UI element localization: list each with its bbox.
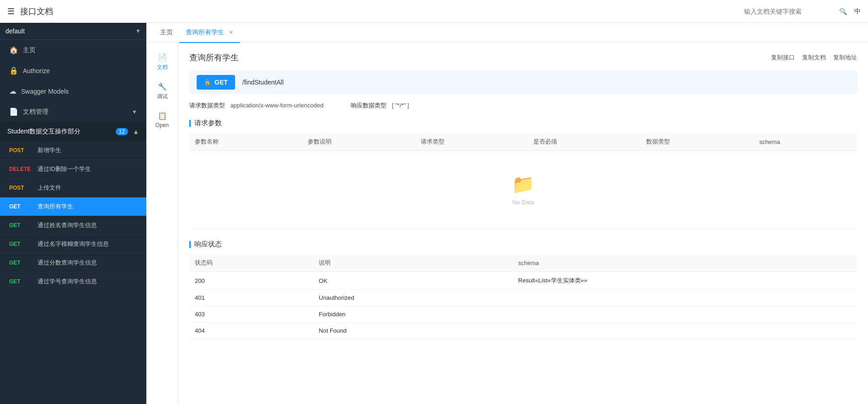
api-list-item[interactable]: POST 上传文件 [0,179,146,197]
api-doc-panel: 查询所有学生 复制接口复制文档复制地址 🔒 GET /findStudentAl… [178,43,868,404]
col-status-schema: schema [513,254,857,272]
search-input[interactable] [744,8,836,15]
api-list-item[interactable]: GET 通过分数查询学生信息 [0,254,146,272]
topbar: ☰ 接口文档 🔍 中 [0,0,868,23]
endpoint-url: /findStudentAll [242,79,284,86]
method-badge: 🔒 GET [197,75,235,90]
sidebar-item-doc-manage[interactable]: 📄 文档管理 ▼ [0,101,146,122]
tab-label: 主页 [160,28,173,37]
api-list-item[interactable]: GET 通过学号查询学生信息 [0,272,146,291]
language-toggle[interactable]: 中 [854,7,861,16]
status-code: 200 [189,272,313,290]
method-label: POST [9,185,32,191]
method-label: GET [9,278,32,285]
endpoint-row: 🔒 GET /findStudentAll [189,70,857,94]
api-count-badge: 12 [116,128,128,135]
status-table-row: 200 OK Result«List«学生实体类»» [189,272,857,290]
api-action-button[interactable]: 复制地址 [833,53,857,62]
col-schema: schema [754,133,857,151]
sidebar-item-swagger-models-label: Swagger Models [21,88,69,95]
badge-lock-icon: 🔒 [204,79,211,85]
method-label: GET [9,203,32,210]
response-status-divider: 响应状态 [189,240,857,249]
search-icon[interactable]: 🔍 [839,8,847,15]
response-divider-bar [189,241,191,248]
status-schema [513,290,857,306]
topbar-search: 🔍 中 [744,7,861,16]
api-item-name: 通过学号查询学生信息 [38,277,97,286]
status-table-row: 403 Forbidden [189,306,857,323]
response-content-type: 响应数据类型 [ "*/*" ] [351,101,409,110]
project-dropdown[interactable]: default ▼ [0,23,146,40]
request-params-table: 参数名称 参数说明 请求类型 是否必须 数据类型 schema [189,133,857,229]
response-ct-value: [ "*/*" ] [392,102,409,109]
sidebar-nav: 🏠 主页 🔒 Authorize ☁ Swagger Models 📄 文档管理… [0,40,146,122]
project-dropdown-label: default [5,27,25,35]
doc-nav-item-test[interactable]: 🔧 调试 [146,77,178,106]
status-code: 401 [189,290,313,306]
layout: default ▼ 🏠 主页 🔒 Authorize ☁ Swagger Mod… [0,23,868,404]
method-label: GET [9,260,32,266]
request-params-section: 请求参数 参数名称 参数说明 请求类型 是否必须 数据类型 schema [189,119,857,229]
tab-find-all[interactable]: 查询所有学生✕ [179,23,240,43]
status-description: Not Found [313,323,513,339]
request-params-divider: 请求参数 [189,119,857,128]
api-action-button[interactable]: 复制接口 [771,53,795,62]
api-item-name: 上传文件 [38,184,61,192]
api-item-name: 通过名字模糊查询学生信息 [38,240,109,248]
api-list-item[interactable]: GET 查询所有学生 [0,197,146,216]
doc-nav-item-doc[interactable]: 📄 文档 [146,48,178,77]
no-data-row: 📁 No Data [189,151,857,229]
section-chevron-icon: ▲ [133,128,139,135]
api-item-name: 新增学生 [38,146,61,154]
content-type-row: 请求数据类型 application/x-www-form-urlencoded… [189,101,857,110]
col-status-code: 状态码 [189,254,313,272]
sidebar-item-swagger-models[interactable]: ☁ Swagger Models [0,81,146,101]
doc-nav-item-open[interactable]: 📋 Open [146,106,178,134]
sidebar-item-doc-manage-label: 文档管理 [23,108,48,116]
doc-nav: 📄 文档 🔧 调试 📋 Open [146,43,178,404]
sidebar-item-home[interactable]: 🏠 主页 [0,40,146,60]
param-table-header-row: 参数名称 参数说明 请求类型 是否必须 数据类型 schema [189,133,857,151]
sidebar-item-authorize-label: Authorize [23,67,50,74]
api-list-item[interactable]: GET 通过名字模糊查询学生信息 [0,235,146,254]
doc-nav-item-test-label: 调试 [157,93,168,101]
tabs-bar: 主页查询所有学生✕ [146,23,868,43]
status-schema [513,323,857,339]
request-params-title: 请求参数 [194,119,222,128]
tab-home[interactable]: 主页 [154,23,179,43]
api-action-button[interactable]: 复制文档 [802,53,826,62]
hamburger-icon[interactable]: ☰ [7,6,15,16]
col-data-type: 数据类型 [641,133,754,151]
tab-close-icon[interactable]: ✕ [229,29,233,36]
api-list-item[interactable]: POST 新增学生 [0,141,146,160]
no-data-area: 📁 No Data [195,155,852,224]
status-description: Forbidden [313,306,513,323]
doc-nav-item-open-label: Open [155,122,169,128]
lock-icon: 🔒 [9,66,18,75]
content-area: 📄 文档 🔧 调试 📋 Open 查询所有学生 复制接口复制文档复制地址 [146,43,868,404]
section-right: 12 ▲ [116,128,139,135]
status-table-header-row: 状态码 说明 schema [189,254,857,272]
api-section-header[interactable]: Student数据交互操作部分 12 ▲ [0,122,146,141]
api-header: 查询所有学生 复制接口复制文档复制地址 [189,52,857,63]
api-title: 查询所有学生 [189,52,239,63]
api-item-name: 通过姓名查询学生信息 [38,221,97,229]
api-list-item[interactable]: DELETE 通过ID删除一个学生 [0,160,146,179]
home-icon: 🏠 [9,46,18,54]
sidebar-item-authorize[interactable]: 🔒 Authorize [0,60,146,81]
sidebar: default ▼ 🏠 主页 🔒 Authorize ☁ Swagger Mod… [0,23,146,404]
doc-icon: 📄 [9,107,18,116]
sidebar-item-home-label: 主页 [23,46,36,54]
divider-bar [189,120,191,127]
response-status-section: 响应状态 状态码 说明 schema 200 OK Result«Lis [189,240,857,339]
api-list-item[interactable]: GET 通过姓名查询学生信息 [0,216,146,235]
chevron-right-icon: ▼ [132,109,137,115]
method-label: DELETE [9,166,32,172]
request-ct-label: 请求数据类型 [189,102,225,109]
request-ct-value: application/x-www-form-urlencoded [230,102,324,109]
api-item-name: 通过ID删除一个学生 [38,165,91,173]
status-code: 404 [189,323,313,339]
method-label: GET [9,241,32,247]
open-icon: 📋 [158,112,167,120]
